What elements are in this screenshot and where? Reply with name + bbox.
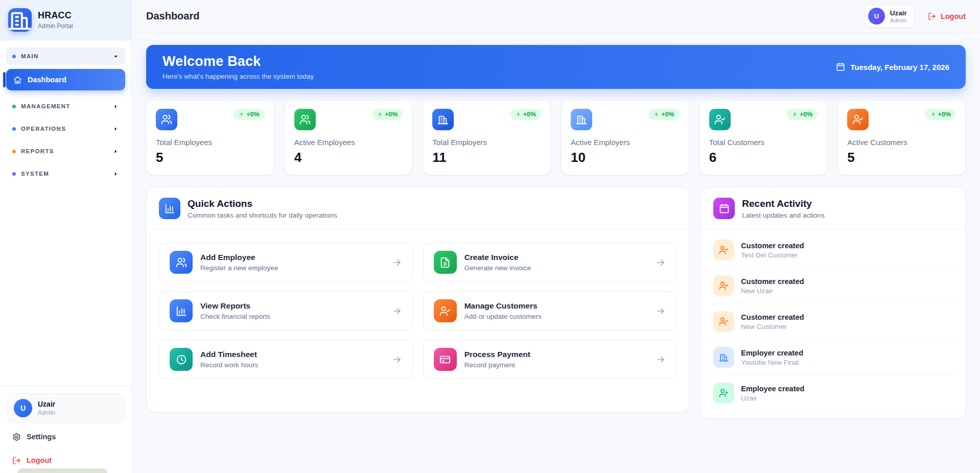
activity-icon bbox=[713, 275, 734, 296]
logout-icon bbox=[12, 456, 21, 465]
activity-icon-glyph bbox=[719, 281, 729, 291]
avatar: U bbox=[14, 399, 32, 417]
sidebar-user-card[interactable]: U Uzair Admin bbox=[7, 393, 124, 423]
activity-title: Employee created bbox=[741, 385, 804, 393]
activity-subtitle: New Uzair bbox=[741, 287, 804, 295]
arrow-right-icon bbox=[392, 354, 402, 365]
quick-action-icon bbox=[434, 299, 457, 322]
logout-label: Logout bbox=[941, 12, 966, 20]
quick-action-subtitle: Record payment bbox=[464, 361, 530, 369]
arrow-up-icon bbox=[239, 112, 244, 117]
arrow-up-icon bbox=[377, 112, 383, 117]
sidebar-section[interactable]: MANAGEMENT bbox=[6, 98, 125, 115]
stat-value: 5 bbox=[847, 150, 956, 165]
activity-list: Customer created Test Del Customer Custo… bbox=[701, 229, 965, 418]
logout-button[interactable]: Logout bbox=[928, 12, 966, 20]
quick-action-icon-glyph bbox=[439, 305, 451, 317]
stat-label: Total Customers bbox=[709, 138, 818, 147]
sidebar: HRACC Admin Portal MAIN Dashboard MANAGE… bbox=[0, 0, 132, 473]
stat-value: 11 bbox=[432, 150, 541, 165]
sidebar-section[interactable]: REPORTS bbox=[6, 143, 125, 160]
stat-icon-glyph bbox=[161, 114, 172, 125]
quick-action-title: Add Employee bbox=[200, 253, 278, 262]
sidebar-settings-link[interactable]: Settings bbox=[7, 427, 124, 446]
quick-action-subtitle: Generate new invoice bbox=[464, 264, 531, 272]
banner-date: Tuesday, February 17, 2026 bbox=[836, 62, 949, 72]
quick-action-item[interactable]: View Reports Check financial reports bbox=[159, 291, 413, 330]
user-name: Uzair bbox=[38, 400, 55, 408]
section-label: REPORTS bbox=[21, 148, 54, 154]
activity-list-item: Customer created New Customer bbox=[712, 304, 954, 340]
quick-action-item[interactable]: Process Payment Record payment bbox=[423, 340, 677, 379]
chevron-right-icon bbox=[112, 103, 119, 110]
arrow-up-icon bbox=[654, 112, 659, 117]
quick-action-icon-glyph bbox=[176, 257, 187, 268]
quick-action-item[interactable]: Add Employee Register a new employee bbox=[159, 243, 413, 282]
settings-label: Settings bbox=[27, 433, 56, 441]
logout-label: Logout bbox=[27, 456, 52, 464]
activity-subtitle: Youtube New Final bbox=[741, 359, 803, 366]
app-root: HRACC Admin Portal MAIN Dashboard MANAGE… bbox=[0, 0, 980, 473]
avatar: U bbox=[868, 8, 885, 25]
activity-icon-glyph bbox=[719, 352, 729, 362]
calendar-icon bbox=[836, 62, 845, 72]
stat-card: +0% Active Employees 4 bbox=[285, 100, 413, 175]
content: Welcome Back Here's what's happening acr… bbox=[132, 33, 980, 473]
quick-action-item[interactable]: Add Timesheet Record work hours bbox=[159, 340, 413, 379]
sidebar-item-dashboard[interactable]: Dashboard bbox=[6, 69, 125, 90]
recent-activity-header: Recent Activity Latest updates and actio… bbox=[701, 188, 965, 229]
trend-value: +0% bbox=[661, 111, 674, 118]
sidebar-section-main[interactable]: MAIN bbox=[6, 48, 125, 65]
activity-list-item: Customer created Test Del Customer bbox=[712, 232, 954, 268]
trend-value: +0% bbox=[385, 111, 398, 118]
panel-title: Quick Actions bbox=[188, 198, 337, 209]
panel-subtitle: Latest updates and actions bbox=[742, 211, 824, 219]
stat-value: 5 bbox=[156, 150, 265, 165]
stat-icon-glyph bbox=[299, 114, 311, 125]
quick-action-icon bbox=[434, 251, 457, 274]
quick-action-title: Add Timesheet bbox=[200, 350, 258, 359]
quick-action-icon bbox=[170, 251, 193, 274]
chevron-right-icon bbox=[112, 148, 119, 155]
activity-title: Employer created bbox=[741, 349, 803, 357]
building-icon bbox=[8, 8, 32, 32]
quick-action-item[interactable]: Manage Customers Add or update customers bbox=[423, 291, 677, 330]
sidebar-footer: U Uzair Admin Settings Logout bbox=[0, 386, 131, 473]
stat-value: 10 bbox=[571, 150, 680, 165]
section-label: MANAGEMENT bbox=[21, 103, 71, 109]
section-dot bbox=[12, 105, 16, 108]
activity-icon-glyph bbox=[719, 317, 729, 326]
quick-action-item[interactable]: Create Invoice Generate new invoice bbox=[423, 243, 677, 282]
chevron-right-icon bbox=[112, 171, 119, 177]
recent-activity-icon bbox=[713, 198, 735, 219]
trend-value: +0% bbox=[800, 111, 812, 118]
chevron-down-icon bbox=[112, 53, 119, 60]
arrow-right-icon bbox=[392, 306, 402, 316]
trend-badge: +0% bbox=[234, 109, 264, 120]
sidebar-section[interactable]: SYSTEM bbox=[6, 165, 125, 182]
welcome-banner: Welcome Back Here's what's happening acr… bbox=[146, 45, 966, 89]
stat-icon-glyph bbox=[714, 114, 726, 125]
user-role: Admin bbox=[38, 409, 55, 416]
trend-badge: +0% bbox=[925, 109, 956, 120]
activity-title: Customer created bbox=[741, 313, 804, 321]
activity-list-item: Employer created Youtube New Final bbox=[712, 340, 954, 375]
stats-row: +0% Total Employees 5 +0% bbox=[146, 100, 966, 175]
sidebar-section[interactable]: OPERATIONS bbox=[6, 120, 125, 137]
quick-action-title: Process Payment bbox=[464, 350, 530, 359]
brand-header: HRACC Admin Portal bbox=[0, 0, 131, 40]
stat-value: 4 bbox=[294, 150, 403, 165]
stat-label: Total Employees bbox=[156, 138, 265, 147]
user-name: Uzair bbox=[890, 9, 907, 17]
stat-icon bbox=[709, 109, 731, 130]
gear-icon bbox=[12, 433, 21, 441]
recent-activity-panel: Recent Activity Latest updates and actio… bbox=[701, 187, 966, 419]
activity-icon-glyph bbox=[719, 245, 729, 255]
quick-actions-icon bbox=[159, 198, 180, 219]
quick-action-icon-glyph bbox=[176, 305, 187, 317]
stat-card: +0% Active Customers 5 bbox=[837, 100, 966, 175]
app-tagline: Admin Portal bbox=[38, 22, 73, 30]
sidebar-logout-link[interactable]: Logout bbox=[7, 451, 124, 470]
app-name: HRACC bbox=[38, 10, 73, 21]
topbar-user-chip[interactable]: U Uzair Admin bbox=[865, 5, 915, 28]
